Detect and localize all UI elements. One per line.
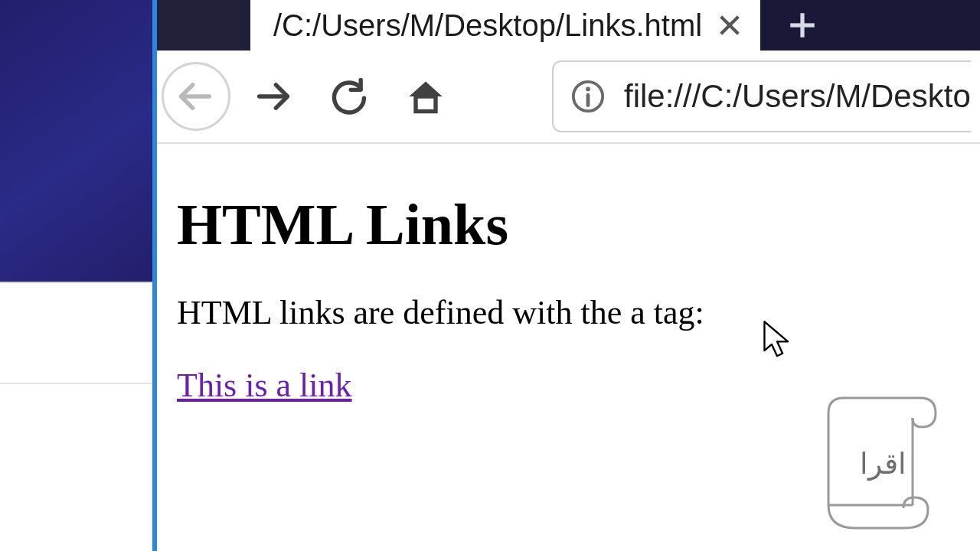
site-info-icon[interactable] <box>570 79 606 114</box>
plus-icon <box>786 9 818 41</box>
page-paragraph: HTML links are defined with the a tag: <box>177 293 960 332</box>
svg-marker-6 <box>409 82 442 97</box>
browser-tab[interactable]: /C:/Users/M/Desktop/Links.html <box>250 0 760 51</box>
reload-icon <box>329 77 369 116</box>
url-text: file:///C:/Users/M/Deskto <box>624 78 971 115</box>
tab-strip: /C:/Users/M/Desktop/Links.html <box>157 0 980 51</box>
watermark-scroll-icon <box>813 390 943 536</box>
back-button[interactable] <box>162 62 230 131</box>
background-window <box>0 0 157 551</box>
nav-toolbar: file:///C:/Users/M/Deskto <box>157 51 980 144</box>
url-bar[interactable]: file:///C:/Users/M/Deskto <box>552 60 971 132</box>
browser-window: /C:/Users/M/Desktop/Links.html <box>157 0 980 551</box>
forward-button[interactable] <box>238 62 307 131</box>
home-icon <box>406 77 446 116</box>
background-divider-2 <box>0 383 157 384</box>
svg-rect-7 <box>416 96 436 112</box>
background-window-header <box>0 0 157 282</box>
close-tab-button[interactable] <box>713 8 746 42</box>
home-button[interactable] <box>391 62 460 131</box>
reload-button[interactable] <box>315 62 384 131</box>
close-icon <box>717 12 743 38</box>
arrow-right-icon <box>253 77 292 116</box>
background-divider <box>0 282 157 283</box>
arrow-left-icon <box>176 77 216 116</box>
page-viewport: HTML Links HTML links are defined with t… <box>157 144 980 551</box>
tab-title: /C:/Users/M/Desktop/Links.html <box>273 8 702 43</box>
new-tab-button[interactable] <box>776 0 829 51</box>
example-link[interactable]: This is a link <box>177 367 352 404</box>
svg-point-9 <box>586 87 590 92</box>
tabstrip-spacer <box>157 0 250 51</box>
watermark-text: اقرا <box>860 447 906 481</box>
page-heading: HTML Links <box>177 191 960 258</box>
